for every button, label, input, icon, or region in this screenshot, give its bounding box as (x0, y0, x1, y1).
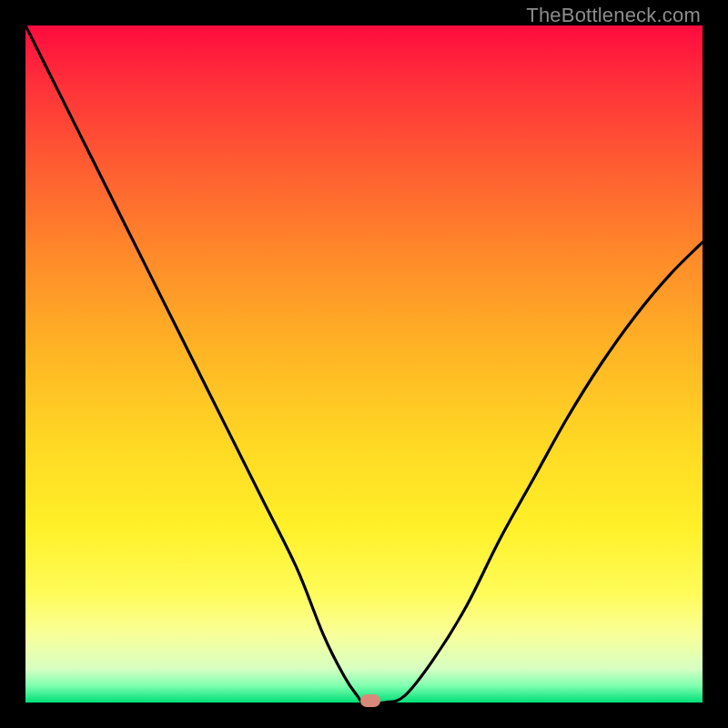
bottleneck-curve (25, 25, 703, 703)
watermark-text: TheBottleneck.com (526, 4, 701, 27)
minimum-marker (360, 694, 380, 707)
plot-area (25, 25, 703, 703)
chart-frame: TheBottleneck.com (0, 0, 728, 728)
